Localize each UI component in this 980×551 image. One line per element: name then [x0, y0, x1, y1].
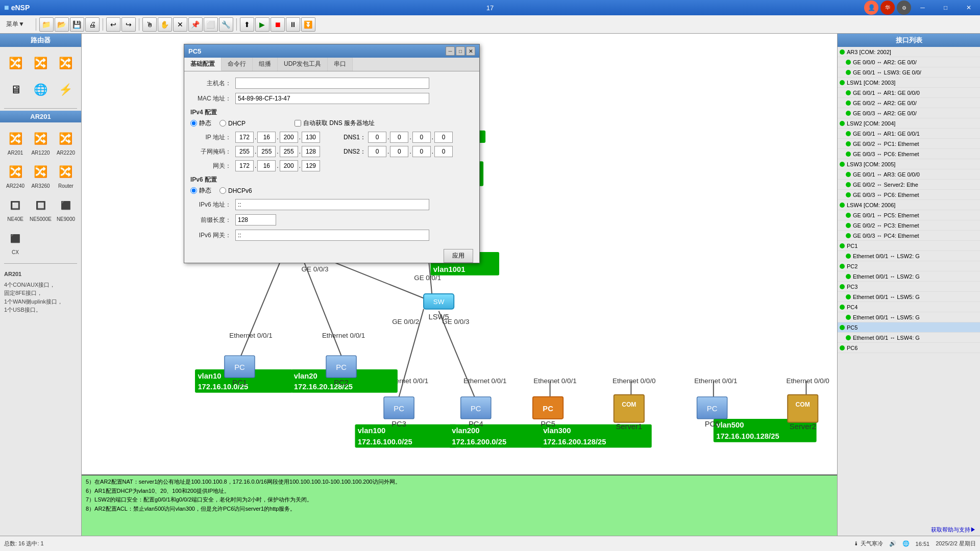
device-item-switch[interactable]: 🔀 — [29, 51, 52, 76]
dialog-close[interactable]: ✕ — [466, 46, 475, 56]
right-list-item[interactable]: GE 0/0/1 ↔ AR1: GE 0/0/0 — [838, 88, 980, 98]
right-list-item[interactable]: AR3 [COM: 2002] — [838, 47, 980, 57]
right-list-item[interactable]: LSW1 [COM: 2003] — [838, 78, 980, 88]
tb-save[interactable]: 💾 — [70, 17, 84, 32]
tb-print[interactable]: 🖨 — [85, 17, 100, 32]
right-list-item[interactable]: Ethernet 0/0/1 ↔ LSW4: G — [838, 333, 980, 343]
device-item-pc[interactable]: 🖥 — [4, 78, 27, 102]
ip-seg4[interactable] — [302, 132, 320, 143]
tab-basic-config[interactable]: 基础配置 — [184, 58, 222, 71]
right-list-item[interactable]: GE 0/0/0 ↔ AR2: GE 0/0/ — [838, 57, 980, 67]
settings-icon[interactable]: ⚙ — [897, 1, 911, 15]
maximize-button[interactable]: □ — [934, 0, 957, 15]
tab-command[interactable]: 命令行 — [222, 58, 253, 71]
right-list-item[interactable]: LSW4 [COM: 2006] — [838, 200, 980, 210]
gw-seg3[interactable] — [280, 160, 298, 171]
menu-item[interactable]: 菜单▼ — [2, 19, 29, 30]
tb-rect[interactable]: ⬜ — [204, 17, 218, 32]
gw-seg1[interactable] — [235, 160, 254, 171]
right-list-item[interactable]: GE 0/0/1 ↔ AR1: GE 0/0/1 — [838, 129, 980, 139]
right-list-item[interactable]: GE 0/0/2 ↔ Server2: Ethe — [838, 180, 980, 190]
right-list-item[interactable]: GE 0/0/2 ↔ PC3: Ethernet — [838, 220, 980, 231]
dns1-seg4[interactable] — [434, 132, 453, 143]
right-list-item[interactable]: PC5 — [838, 322, 980, 333]
right-list-item[interactable]: Ethernet 0/0/1 ↔ LSW5: G — [838, 292, 980, 302]
mask-seg3[interactable] — [280, 146, 298, 157]
device-ne5000e[interactable]: 🔲 NE5000E — [29, 193, 53, 224]
tb-stop[interactable]: ⏹ — [271, 17, 285, 32]
tb-import[interactable]: ⬆ — [240, 17, 254, 32]
dns2-seg2[interactable] — [390, 146, 408, 157]
right-list-item[interactable]: LSW2 [COM: 2004] — [838, 118, 980, 129]
dns1-seg2[interactable] — [390, 132, 408, 143]
right-list-item[interactable]: GE 0/0/2 ↔ PC1: Ethernet — [838, 139, 980, 149]
device-ne9000[interactable]: ⬛ NE9000 — [55, 193, 77, 224]
mask-seg2[interactable] — [257, 146, 276, 157]
right-list-item[interactable]: LSW3 [COM: 2005] — [838, 159, 980, 169]
device-ar2240[interactable]: 🔀 AR2240 — [4, 160, 27, 191]
tb-delete[interactable]: ✕ — [173, 17, 187, 32]
dns1-seg3[interactable] — [412, 132, 431, 143]
device-ar2220[interactable]: 🔀 AR2220 — [55, 127, 77, 158]
dialog-maximize[interactable]: □ — [456, 46, 465, 56]
tab-serial[interactable]: 串口 — [328, 58, 353, 71]
right-list-footer[interactable]: 获取帮助与支持▶ — [838, 524, 980, 536]
device-cx[interactable]: ⬛ CX — [4, 226, 27, 257]
tb-new[interactable]: 📁 — [39, 17, 54, 32]
dns2-seg4[interactable] — [434, 146, 453, 157]
tb-hand[interactable]: ✋ — [158, 17, 172, 32]
canvas-area[interactable]: GE 0/0/1 GE 0/0/0 GE 0/0/2 GE 0/0/1 GE 0… — [82, 34, 837, 474]
dns2-seg1[interactable] — [368, 146, 386, 157]
right-list-item[interactable]: Ethernet 0/0/1 ↔ LSW2: G — [838, 251, 980, 261]
tb-select[interactable]: 🖱 — [142, 17, 157, 32]
tab-multicast[interactable]: 组播 — [253, 58, 278, 71]
ipv6-gw-input[interactable] — [235, 230, 429, 241]
ip-seg3[interactable] — [280, 132, 298, 143]
tb-open[interactable]: 📂 — [55, 17, 69, 32]
right-list-item[interactable]: GE 0/0/3 ↔ AR2: GE 0/0/ — [838, 108, 980, 118]
device-ar1220[interactable]: 🔀 AR1220 — [29, 127, 53, 158]
right-list-item[interactable]: GE 0/0/2 ↔ AR2: GE 0/0/ — [838, 98, 980, 108]
ipv6-static-radio[interactable]: 静态 — [190, 186, 211, 195]
ip-seg2[interactable] — [257, 132, 276, 143]
tb-redo[interactable]: ↪ — [121, 17, 136, 32]
right-list-item[interactable]: GE 0/0/1 ↔ PC5: Ethernet — [838, 210, 980, 220]
right-list-item[interactable]: Ethernet 0/0/1 ↔ LSW5: G — [838, 312, 980, 322]
right-list-item[interactable]: GE 0/0/3 ↔ PC4: Ethernet — [838, 231, 980, 241]
apply-button[interactable]: 应用 — [444, 249, 473, 263]
device-item-power[interactable]: ⚡ — [54, 78, 77, 102]
tb-down[interactable]: ⏬ — [301, 17, 315, 32]
dns2-seg3[interactable] — [412, 146, 431, 157]
dialog-minimize[interactable]: ─ — [446, 46, 455, 56]
ip-seg1[interactable] — [235, 132, 254, 143]
right-list-item[interactable]: GE 0/0/3 ↔ PC6: Ethernet — [838, 190, 980, 200]
mask-seg1[interactable] — [235, 146, 254, 157]
tb-pause[interactable]: ⏸ — [286, 17, 300, 32]
tab-udp[interactable]: UDP发包工具 — [278, 58, 328, 71]
prefix-input[interactable] — [235, 214, 276, 226]
device-ar3260[interactable]: 🔀 AR3260 — [29, 160, 53, 191]
hostname-input[interactable] — [235, 78, 429, 89]
tb-start[interactable]: ▶ — [255, 17, 270, 32]
device-ar201[interactable]: 🔀 AR201 — [4, 127, 27, 158]
right-list-item[interactable]: PC1 — [838, 241, 980, 251]
device-ne40e[interactable]: 🔲 NE40E — [4, 193, 27, 224]
right-list-item[interactable]: GE 0/0/1 ↔ LSW3: GE 0/0/ — [838, 67, 980, 78]
device-item-cloud[interactable]: 🌐 — [29, 78, 52, 102]
ipv4-dhcp-radio[interactable]: DHCP — [219, 120, 246, 127]
auto-dns-check[interactable]: 自动获取 DNS 服务器地址 — [295, 119, 375, 128]
ipv4-static-radio[interactable]: 静态 — [190, 119, 211, 128]
device-router[interactable]: 🔀 Router — [55, 160, 77, 191]
minimize-button[interactable]: ─ — [911, 0, 934, 15]
device-item-router[interactable]: 🔀 — [4, 51, 27, 76]
dns1-seg1[interactable] — [368, 132, 386, 143]
right-list-item[interactable]: PC6 — [838, 343, 980, 353]
right-list-item[interactable]: PC4 — [838, 302, 980, 312]
tb-wire[interactable]: 🔧 — [219, 17, 233, 32]
ipv6-addr-input[interactable] — [235, 199, 429, 210]
device-item-hub[interactable]: 🔀 — [54, 51, 77, 76]
gw-seg2[interactable] — [257, 160, 276, 171]
mac-input[interactable] — [235, 93, 429, 104]
tb-undo[interactable]: ↩ — [106, 17, 120, 32]
tb-anchor[interactable]: 📌 — [188, 17, 203, 32]
